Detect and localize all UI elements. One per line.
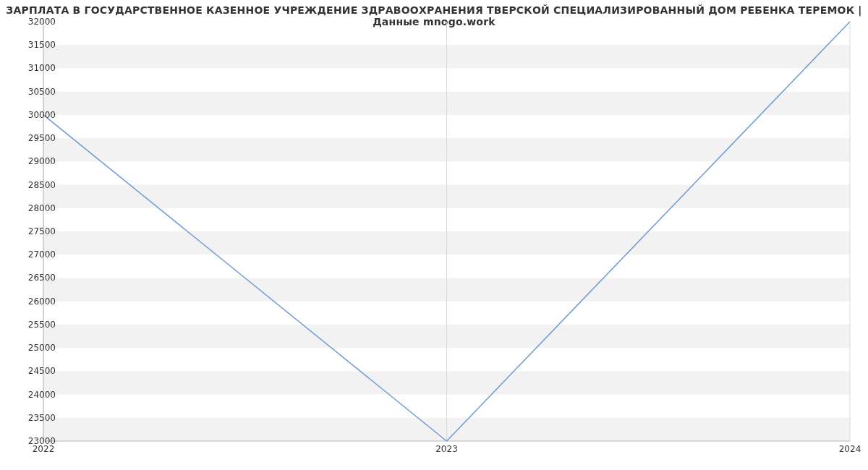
y-tick-label: 30000 xyxy=(28,110,56,120)
y-tick-label: 24000 xyxy=(28,390,56,400)
y-tick-label: 31500 xyxy=(28,40,56,50)
y-tick-label: 26000 xyxy=(28,296,56,307)
chart-root: ЗАРПЛАТА В ГОСУДАРСТВЕННОЕ КАЗЕННОЕ УЧРЕ… xyxy=(0,0,868,470)
y-tick-label: 28500 xyxy=(28,180,56,190)
y-tick-label: 28000 xyxy=(28,203,56,213)
y-tick-label: 25500 xyxy=(28,320,56,330)
y-tick-label: 27500 xyxy=(28,226,56,236)
y-tick-label: 25000 xyxy=(28,343,56,353)
y-tick-label: 26500 xyxy=(28,273,56,283)
y-tick-label: 30500 xyxy=(28,87,56,97)
plot-area xyxy=(43,22,850,441)
x-tick-label: 2024 xyxy=(839,444,861,454)
chart-svg xyxy=(43,22,850,441)
y-tick-label: 29500 xyxy=(28,133,56,143)
y-tick-label: 23500 xyxy=(28,413,56,423)
y-tick-label: 32000 xyxy=(28,17,56,27)
y-tick-label: 27000 xyxy=(28,249,56,260)
y-tick-label: 29000 xyxy=(28,156,56,166)
x-tick-label: 2023 xyxy=(435,444,458,454)
x-tick-label: 2022 xyxy=(33,444,55,454)
y-tick-label: 31000 xyxy=(28,63,56,73)
y-tick-label: 24500 xyxy=(28,366,56,376)
